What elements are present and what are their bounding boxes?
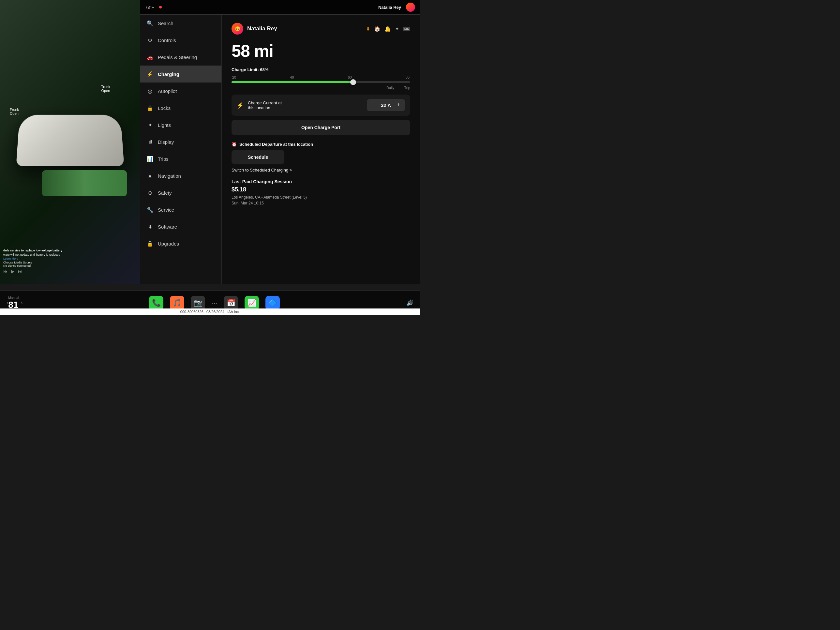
sidebar-item-pedals[interactable]: 🚗 Pedals & Steering [140,49,221,66]
avatar-topbar [406,3,415,12]
frunk-label: FrunkOpen [10,107,19,115]
charging-icon: ⚡ [147,71,153,77]
last-charging-title: Last Paid Charging Session [232,179,410,184]
more-options-button[interactable]: ··· [212,299,217,307]
pedals-icon: 🚗 [147,54,153,60]
slider-track[interactable] [232,81,410,83]
bluetooth-icon: ✦ [395,26,399,32]
sidebar-item-navigation[interactable]: ▲ Navigation [140,167,221,184]
sidebar-label-charging: Charging [158,71,179,77]
learn-more-link[interactable]: Learn More [3,257,18,260]
profile-name: Natalia Rey [247,25,277,32]
sidebar-item-charging[interactable]: ⚡ Charging [140,66,221,82]
sidebar-label-software: Software [158,224,177,230]
decrease-charge-button[interactable]: − [371,102,375,109]
trip-label: Trip [404,86,410,90]
main-content: 😊 Natalia Rey ⬇ 🏠 🔔 ✦ LTE 58 mi Charge L… [222,15,420,284]
safety-icon: ⊙ [147,189,153,196]
footer-text: 000-39060326 · 03/26/2024 · IAA Inc. [180,310,240,314]
media-controls: Choose Media Source No device connected … [3,261,32,274]
range-display: 58 mi [232,41,410,61]
open-charge-port-button[interactable]: Open Charge Port [232,120,410,135]
alert-text: dule service to replace low voltage batt… [3,248,68,261]
profile-avatar: 😊 [232,23,243,35]
recording-indicator [159,6,162,8]
sidebar-item-trips[interactable]: 📊 Trips [140,150,221,167]
prev-icon[interactable]: ⏮ [3,269,8,274]
next-icon[interactable]: ⏭ [18,269,22,274]
navigation-icon: ▲ [147,172,153,179]
trunk-label: TrunkOpen [101,85,110,93]
increase-charge-button[interactable]: + [397,102,400,109]
last-charging-amount: $5.18 [232,186,410,193]
profile-row: 😊 Natalia Rey ⬇ 🏠 🔔 ✦ LTE [232,23,410,35]
sidebar-label-upgrades: Upgrades [158,241,179,246]
sidebar-item-upgrades[interactable]: 🔒 Upgrades [140,235,221,252]
lock-icon: 🔒 [147,105,153,111]
charge-current-label: Charge Current atthis location [248,100,367,110]
charge-plug-icon: ⚡ [237,102,244,109]
taskbar-icons: 📞 🎵 📷 ··· 📅 📈 🔷 [149,296,280,310]
lte-badge: LTE [403,27,410,31]
search-icon: 🔍 [147,20,153,27]
mark-20: 20 [232,75,236,79]
last-charging-section: Last Paid Charging Session $5.18 Los Ang… [232,179,410,206]
charge-slider-container: 20 40 60 80 Daily Trip [232,75,410,90]
volume-icon[interactable]: 🔊 [406,299,414,306]
charge-limit-label: Charge Limit: 68% [232,67,410,72]
sidebar-item-service[interactable]: 🔧 Service [140,201,221,218]
daily-label: Daily [387,86,394,90]
autopilot-icon: ◎ [147,88,153,94]
sidebar-item-software[interactable]: ⬇ Software [140,218,221,235]
charge-current-control: − 32 A + [367,99,405,111]
sidebar-label-search: Search [158,21,174,26]
driver-name-topbar: Natalia Rey [378,5,401,10]
sidebar-item-autopilot[interactable]: ◎ Autopilot [140,82,221,99]
phone-button[interactable]: 📞 [149,296,163,310]
sidebar-label-controls: Controls [158,38,176,43]
calendar-button[interactable]: 📅 [224,296,238,310]
last-charging-date: Sun, Mar 24 10:15 [232,201,264,205]
slider-thumb[interactable] [350,79,356,85]
music-button[interactable]: 🎵 [170,296,184,310]
last-charging-address: Los Angeles, CA - Alameda Street (Level … [232,195,307,200]
download-icon: ⬇ [366,26,370,32]
top-bar: 73°F Natalia Rey [140,0,420,15]
sidebar-item-display[interactable]: 🖥 Display [140,133,221,150]
sidebar-item-lights[interactable]: ✦ Lights [140,117,221,133]
switch-to-scheduled-link[interactable]: Switch to Scheduled Charging > [232,167,410,172]
sidebar-item-controls[interactable]: ⚙ Controls [140,32,221,49]
speed-mode-label: Manual [8,296,19,300]
mark-60: 60 [348,75,352,79]
mark-40: 40 [290,75,294,79]
speed-increase-button[interactable]: › [21,300,22,306]
footer-bar: 000-39060326 · 03/26/2024 · IAA Inc. [0,308,420,315]
play-icon[interactable]: ▶ [11,269,15,274]
sidebar-item-search[interactable]: 🔍 Search [140,15,221,32]
sidebar-item-safety[interactable]: ⊙ Safety [140,184,221,201]
schedule-button[interactable]: Schedule [232,150,284,164]
bell-icon: 🔔 [384,26,391,32]
service-icon: 🔧 [147,207,153,213]
slider-fill [232,81,353,83]
trips-icon: 📊 [147,156,153,162]
sidebar-label-service: Service [158,207,174,213]
scheduled-title: ⏰ Scheduled Departure at this location [232,142,410,147]
sidebar-label-autopilot: Autopilot [158,88,177,94]
charge-current-row: ⚡ Charge Current atthis location − 32 A … [232,95,410,116]
profile-icons: ⬇ 🏠 🔔 ✦ LTE [366,26,410,32]
sidebar-label-trips: Trips [158,156,169,162]
software-icon: ⬇ [147,223,153,230]
slider-labels: Daily Trip [232,86,410,90]
upgrades-icon: 🔒 [147,240,153,247]
home-icon: 🏠 [374,26,381,32]
bluetooth-button[interactable]: 🔷 [265,296,280,310]
sidebar-label-locks: Locks [158,105,171,111]
sidebar-item-locks[interactable]: 🔒 Locks [140,99,221,117]
stats-button[interactable]: 📈 [245,296,259,310]
camera-button[interactable]: 📷 [191,296,205,310]
clock-icon: ⏰ [232,142,237,147]
display-icon: 🖥 [147,139,153,145]
charge-current-value: 32 A [379,103,392,108]
lights-icon: ✦ [147,122,153,128]
